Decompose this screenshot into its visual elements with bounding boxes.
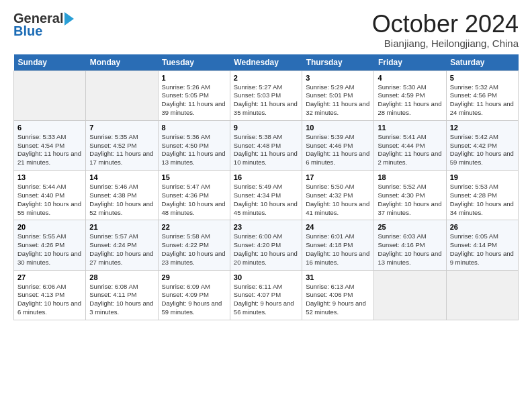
day-info: Sunrise: 5:50 AMSunset: 4:32 PMDaylight:… — [306, 183, 369, 216]
day-cell — [446, 270, 518, 320]
day-number: 11 — [378, 124, 442, 132]
day-number: 5 — [450, 74, 515, 82]
day-cell: 19 Sunrise: 5:53 AMSunset: 4:28 PMDaylig… — [446, 171, 518, 220]
col-monday: Monday — [86, 54, 158, 71]
day-number: 6 — [17, 124, 82, 132]
day-info: Sunrise: 5:52 AMSunset: 4:30 PMDaylight:… — [378, 183, 441, 216]
day-info: Sunrise: 6:00 AMSunset: 4:20 PMDaylight:… — [234, 232, 298, 265]
day-cell: 4 Sunrise: 5:30 AMSunset: 4:59 PMDayligh… — [374, 71, 446, 120]
day-cell: 21 Sunrise: 5:57 AMSunset: 4:24 PMDaylig… — [86, 220, 158, 270]
day-info: Sunrise: 6:01 AMSunset: 4:18 PMDaylight:… — [306, 232, 369, 265]
col-thursday: Thursday — [302, 54, 374, 71]
day-cell: 28 Sunrise: 6:08 AMSunset: 4:11 PMDaylig… — [86, 270, 158, 320]
header: General Blue October 2024 Bianjiang, Hei… — [13, 11, 519, 49]
day-cell: 20 Sunrise: 5:55 AMSunset: 4:26 PMDaylig… — [14, 220, 86, 270]
day-cell: 22 Sunrise: 5:58 AMSunset: 4:22 PMDaylig… — [158, 220, 230, 270]
day-info: Sunrise: 6:03 AMSunset: 4:16 PMDaylight:… — [378, 232, 441, 265]
week-row-4: 20 Sunrise: 5:55 AMSunset: 4:26 PMDaylig… — [14, 220, 519, 270]
day-number: 3 — [306, 74, 370, 82]
col-tuesday: Tuesday — [158, 54, 230, 71]
day-cell: 16 Sunrise: 5:49 AMSunset: 4:34 PMDaylig… — [230, 171, 302, 220]
day-number: 31 — [306, 273, 370, 281]
month-title: October 2024 — [372, 11, 519, 38]
location: Bianjiang, Heilongjiang, China — [372, 38, 519, 49]
day-info: Sunrise: 5:46 AMSunset: 4:38 PMDaylight:… — [89, 183, 153, 216]
day-cell — [86, 71, 158, 120]
day-cell: 10 Sunrise: 5:39 AMSunset: 4:46 PMDaylig… — [302, 120, 374, 170]
day-cell: 5 Sunrise: 5:32 AMSunset: 4:56 PMDayligh… — [446, 71, 518, 120]
week-row-5: 27 Sunrise: 6:06 AMSunset: 4:13 PMDaylig… — [14, 270, 519, 320]
day-cell: 3 Sunrise: 5:29 AMSunset: 5:01 PMDayligh… — [302, 71, 374, 120]
day-cell: 13 Sunrise: 5:44 AMSunset: 4:40 PMDaylig… — [14, 171, 86, 220]
day-number: 23 — [234, 223, 298, 231]
day-number: 8 — [162, 124, 226, 132]
day-number: 7 — [89, 124, 154, 132]
day-number: 1 — [162, 74, 226, 82]
day-number: 29 — [162, 273, 226, 281]
day-number: 13 — [17, 173, 82, 181]
day-cell: 30 Sunrise: 6:11 AMSunset: 4:07 PMDaylig… — [230, 270, 302, 320]
day-info: Sunrise: 5:27 AMSunset: 5:03 PMDaylight:… — [234, 83, 298, 116]
day-number: 28 — [89, 273, 154, 281]
day-info: Sunrise: 5:44 AMSunset: 4:40 PMDaylight:… — [17, 183, 81, 216]
day-number: 15 — [162, 173, 226, 181]
day-info: Sunrise: 5:55 AMSunset: 4:26 PMDaylight:… — [17, 232, 81, 265]
day-cell: 6 Sunrise: 5:33 AMSunset: 4:54 PMDayligh… — [14, 120, 86, 170]
day-info: Sunrise: 6:08 AMSunset: 4:11 PMDaylight:… — [89, 283, 153, 316]
day-number: 4 — [378, 74, 442, 82]
day-number: 17 — [306, 173, 370, 181]
day-number: 30 — [234, 273, 298, 281]
day-info: Sunrise: 5:38 AMSunset: 4:48 PMDaylight:… — [234, 133, 298, 166]
day-number: 19 — [450, 173, 515, 181]
day-number: 12 — [450, 124, 515, 132]
week-row-3: 13 Sunrise: 5:44 AMSunset: 4:40 PMDaylig… — [14, 171, 519, 220]
day-number: 14 — [89, 173, 154, 181]
day-info: Sunrise: 5:53 AMSunset: 4:28 PMDaylight:… — [450, 183, 514, 216]
day-info: Sunrise: 5:30 AMSunset: 4:59 PMDaylight:… — [378, 83, 441, 116]
logo-arrow-icon — [64, 12, 74, 26]
title-block: October 2024 Bianjiang, Heilongjiang, Ch… — [372, 11, 519, 49]
day-cell: 31 Sunrise: 6:13 AMSunset: 4:06 PMDaylig… — [302, 270, 374, 320]
day-info: Sunrise: 5:29 AMSunset: 5:01 PMDaylight:… — [306, 83, 369, 116]
day-cell: 27 Sunrise: 6:06 AMSunset: 4:13 PMDaylig… — [14, 270, 86, 320]
col-friday: Friday — [374, 54, 446, 71]
day-number: 18 — [378, 173, 442, 181]
day-number: 26 — [450, 223, 515, 231]
day-info: Sunrise: 6:11 AMSunset: 4:07 PMDaylight:… — [234, 283, 294, 316]
day-info: Sunrise: 5:41 AMSunset: 4:44 PMDaylight:… — [378, 133, 441, 166]
col-saturday: Saturday — [446, 54, 518, 71]
day-info: Sunrise: 5:57 AMSunset: 4:24 PMDaylight:… — [89, 232, 153, 265]
day-cell: 8 Sunrise: 5:36 AMSunset: 4:50 PMDayligh… — [158, 120, 230, 170]
day-number: 27 — [17, 273, 82, 281]
day-cell: 9 Sunrise: 5:38 AMSunset: 4:48 PMDayligh… — [230, 120, 302, 170]
day-info: Sunrise: 5:33 AMSunset: 4:54 PMDaylight:… — [17, 133, 81, 166]
week-row-1: 1 Sunrise: 5:26 AMSunset: 5:05 PMDayligh… — [14, 71, 519, 120]
day-number: 2 — [234, 74, 298, 82]
day-info: Sunrise: 5:42 AMSunset: 4:42 PMDaylight:… — [450, 133, 514, 166]
day-info: Sunrise: 5:47 AMSunset: 4:36 PMDaylight:… — [162, 183, 226, 216]
day-cell: 1 Sunrise: 5:26 AMSunset: 5:05 PMDayligh… — [158, 71, 230, 120]
day-cell — [14, 71, 86, 120]
day-info: Sunrise: 5:49 AMSunset: 4:34 PMDaylight:… — [234, 183, 298, 216]
day-info: Sunrise: 6:09 AMSunset: 4:09 PMDaylight:… — [162, 283, 222, 316]
page: General Blue October 2024 Bianjiang, Hei… — [0, 0, 532, 328]
day-cell: 11 Sunrise: 5:41 AMSunset: 4:44 PMDaylig… — [374, 120, 446, 170]
header-row: Sunday Monday Tuesday Wednesday Thursday… — [14, 54, 519, 71]
day-cell: 12 Sunrise: 5:42 AMSunset: 4:42 PMDaylig… — [446, 120, 518, 170]
logo-blue: Blue — [13, 24, 42, 39]
day-info: Sunrise: 6:05 AMSunset: 4:14 PMDaylight:… — [450, 232, 514, 265]
day-cell — [374, 270, 446, 320]
day-info: Sunrise: 6:06 AMSunset: 4:13 PMDaylight:… — [17, 283, 81, 316]
day-info: Sunrise: 5:36 AMSunset: 4:50 PMDaylight:… — [162, 133, 226, 166]
day-cell: 2 Sunrise: 5:27 AMSunset: 5:03 PMDayligh… — [230, 71, 302, 120]
day-number: 16 — [234, 173, 298, 181]
col-sunday: Sunday — [14, 54, 86, 71]
day-number: 22 — [162, 223, 226, 231]
day-info: Sunrise: 6:13 AMSunset: 4:06 PMDaylight:… — [306, 283, 366, 316]
day-number: 21 — [89, 223, 154, 231]
day-cell: 26 Sunrise: 6:05 AMSunset: 4:14 PMDaylig… — [446, 220, 518, 270]
day-number: 20 — [17, 223, 82, 231]
week-row-2: 6 Sunrise: 5:33 AMSunset: 4:54 PMDayligh… — [14, 120, 519, 170]
day-number: 9 — [234, 124, 298, 132]
day-cell: 29 Sunrise: 6:09 AMSunset: 4:09 PMDaylig… — [158, 270, 230, 320]
